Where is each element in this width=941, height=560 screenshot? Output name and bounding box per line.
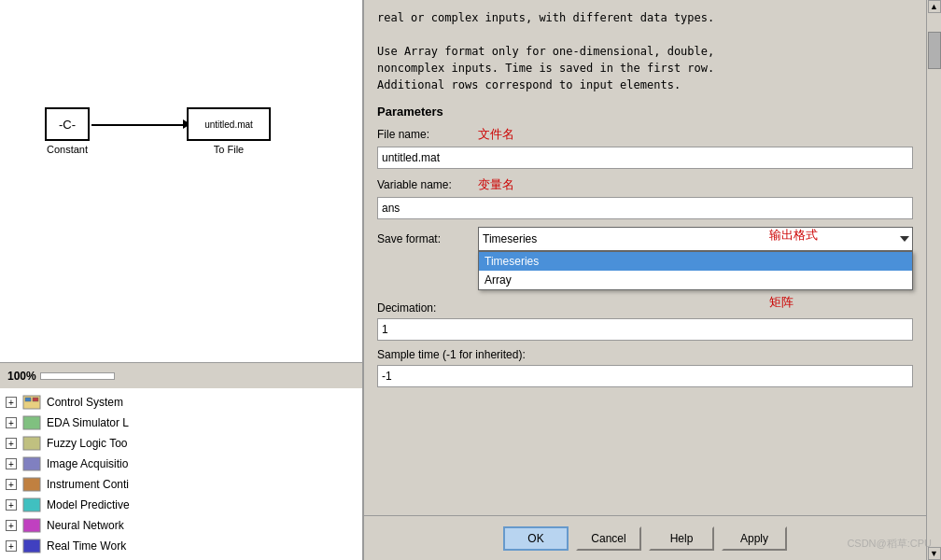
saveformat-label: Save format:	[377, 232, 470, 245]
constant-block[interactable]: -C- Constant	[45, 107, 90, 155]
svg-rect-1	[25, 398, 31, 401]
desc-line-2: Use Array format only for one-dimensiona…	[377, 45, 714, 58]
svg-rect-8	[23, 519, 40, 532]
svg-rect-2	[33, 398, 38, 401]
svg-rect-9	[23, 539, 40, 553]
filename-label: File name:	[377, 128, 470, 141]
expand-icon-3[interactable]: +	[6, 458, 17, 469]
filename-input[interactable]	[377, 147, 913, 169]
saveformat-value: Timeseries	[483, 232, 537, 245]
library-item-6[interactable]: + Neural Network	[0, 515, 362, 536]
sampletime-label: Sample time (-1 for inherited):	[377, 348, 526, 361]
library-item-label-5: Model Predictive	[47, 498, 130, 511]
lib-icon-0	[22, 395, 41, 410]
zoom-bar: 100%	[0, 362, 362, 388]
sampletime-input[interactable]	[377, 365, 913, 387]
saveformat-option-0[interactable]: Timeseries	[479, 252, 912, 271]
svg-rect-6	[23, 478, 40, 491]
saveformat-dropdown[interactable]: Timeseries Array	[478, 251, 913, 290]
lib-icon-6	[22, 518, 41, 533]
varname-annotation: 变量名	[478, 176, 514, 193]
apply-button[interactable]: Apply	[722, 526, 787, 551]
expand-icon-7[interactable]: +	[6, 540, 17, 552]
lib-icon-7	[22, 539, 41, 553]
sampletime-row: Sample time (-1 for inherited):	[377, 348, 913, 361]
varname-label: Variable name:	[377, 178, 470, 191]
array-annotation: 矩阵	[769, 294, 794, 311]
constant-block-label: Constant	[47, 144, 88, 155]
dialog-buttons: OK Cancel Help Apply	[364, 515, 926, 560]
filename-row: File name: 文件名	[377, 126, 913, 143]
svg-rect-7	[23, 498, 40, 511]
filename-annotation: 文件名	[478, 126, 514, 143]
library-item-2[interactable]: + Fuzzy Logic Too	[0, 433, 362, 454]
library-item-1[interactable]: + EDA Simulator L	[0, 413, 362, 433]
tofile-block-label: To File	[214, 144, 244, 155]
cancel-button[interactable]: Cancel	[576, 526, 641, 551]
library-item-5[interactable]: + Model Predictive	[0, 495, 362, 515]
scroll-up-button[interactable]: ▲	[928, 0, 941, 13]
library-item-label-3: Image Acquisitio	[47, 457, 128, 470]
zoom-slider[interactable]	[40, 372, 115, 380]
description-text: real or complex inputs, with different d…	[377, 9, 913, 93]
library-item-label-2: Fuzzy Logic Too	[47, 437, 128, 450]
varname-row: Variable name: 变量名	[377, 176, 913, 193]
library-item-label-0: Control System	[47, 396, 123, 409]
watermark: CSDN@稻草:CPU	[847, 537, 932, 551]
desc-line-3: noncomplex inputs. Time is saved in the …	[377, 62, 714, 75]
desc-line-0: real or complex inputs, with different d…	[377, 11, 714, 24]
svg-rect-5	[23, 457, 40, 470]
library-item-4[interactable]: + Instrument Conti	[0, 474, 362, 495]
saveformat-option-1[interactable]: Array	[479, 271, 912, 289]
tofile-block-box[interactable]: untitled.mat	[187, 107, 271, 141]
scrollbar-vertical[interactable]: ▲ ▼	[926, 0, 941, 560]
lib-icon-3	[22, 456, 41, 471]
lib-icon-2	[22, 436, 41, 451]
library-item-label-1: EDA Simulator L	[47, 416, 129, 429]
library-list: + Control System + EDA Simulator L + Fuz…	[0, 388, 362, 560]
expand-icon-1[interactable]: +	[6, 417, 17, 428]
dialog-panel: real or complex inputs, with different d…	[364, 0, 941, 560]
lib-icon-1	[22, 415, 41, 430]
simulink-canvas-panel: -C- Constant untitled.mat To File 100% +…	[0, 0, 364, 560]
expand-icon-0[interactable]: +	[6, 397, 17, 408]
library-item-3[interactable]: + Image Acquisitio	[0, 454, 362, 474]
dialog-inner: real or complex inputs, with different d…	[364, 0, 926, 560]
expand-icon-5[interactable]: +	[6, 499, 17, 511]
parameters-section-title: Parameters	[377, 105, 913, 119]
tofile-block[interactable]: untitled.mat To File	[187, 107, 271, 155]
save-format-section: Save format: Timeseries Timeseries Array	[377, 227, 913, 251]
lib-icon-5	[22, 497, 41, 512]
decimation-input[interactable]	[377, 318, 913, 341]
svg-rect-4	[23, 437, 40, 450]
expand-icon-4[interactable]: +	[6, 479, 17, 490]
decimation-row: Decimation:	[377, 301, 913, 315]
library-item-label-7: Real Time Work	[47, 539, 126, 553]
library-item-7[interactable]: + Real Time Work	[0, 536, 362, 556]
saveformat-row: Save format: Timeseries Timeseries Array	[377, 227, 913, 251]
lib-icon-4	[22, 477, 41, 492]
saveformat-annotation: 输出格式	[769, 227, 818, 244]
varname-input[interactable]	[377, 197, 913, 219]
saveformat-wrapper[interactable]: Timeseries Timeseries Array	[478, 227, 913, 251]
decimation-label: Decimation:	[377, 301, 470, 315]
ok-button[interactable]: OK	[503, 526, 569, 551]
constant-block-box[interactable]: -C-	[45, 107, 90, 141]
scroll-thumb[interactable]	[928, 32, 941, 69]
expand-icon-6[interactable]: +	[6, 520, 17, 531]
expand-icon-2[interactable]: +	[6, 438, 17, 449]
connection-arrow	[91, 124, 185, 126]
dialog-content: real or complex inputs, with different d…	[364, 0, 926, 515]
library-item-label-6: Neural Network	[47, 519, 124, 532]
help-button[interactable]: Help	[649, 526, 714, 551]
zoom-level: 100%	[7, 370, 36, 383]
saveformat-display[interactable]: Timeseries	[478, 227, 913, 251]
canvas-area[interactable]: -C- Constant untitled.mat To File	[0, 0, 362, 362]
svg-rect-3	[23, 416, 40, 429]
library-item-label-4: Instrument Conti	[47, 478, 129, 491]
library-item-0[interactable]: + Control System	[0, 392, 362, 413]
desc-line-4: Additional rows correspond to input elem…	[377, 78, 681, 91]
